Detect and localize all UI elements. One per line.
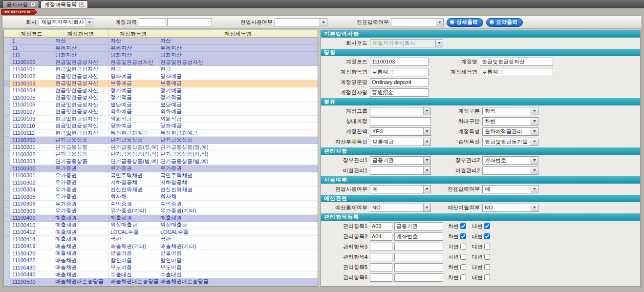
row-selector[interactable] — [4, 80, 10, 87]
chevron-down-icon[interactable] — [423, 186, 430, 193]
row-selector[interactable] — [4, 123, 10, 130]
gubun-select[interactable]: 항목 — [482, 107, 538, 115]
table-row[interactable]: 11100430 매출채권 부도어음 부도어음 — [4, 264, 318, 271]
debit-checkbox[interactable] — [460, 274, 466, 280]
row-selector[interactable] — [4, 179, 10, 187]
table-row[interactable]: 11100203 단기금융상품 단기금융상품(별,예) 단기금융상품(별,예) — [4, 158, 318, 166]
trait-select[interactable]: 원화예적금관리 — [482, 127, 538, 136]
tab-account-registration[interactable]: 계정과목등록 × — [41, 0, 88, 8]
mgmt-item-code-input[interactable] — [370, 243, 392, 251]
mgmt-item-name-input[interactable] — [394, 243, 443, 251]
summary-print-button[interactable]: 요약출력 — [486, 18, 523, 27]
row-selector[interactable] — [4, 52, 10, 59]
chevron-down-icon[interactable] — [320, 19, 327, 26]
row-selector[interactable] — [4, 137, 10, 144]
row-selector[interactable] — [4, 165, 10, 172]
table-row[interactable]: 11100201 단기금융상품 단기금융상품(정,예) 단기금융상품(정,예) — [4, 144, 318, 151]
detail-print-button[interactable]: 상세출력 — [447, 18, 483, 27]
credit-checkbox[interactable] — [484, 264, 490, 270]
chevron-down-icon[interactable] — [423, 204, 430, 211]
row-selector[interactable] — [4, 87, 10, 95]
row-selector[interactable] — [4, 229, 10, 236]
table-row[interactable]: 1 자산 자산 자산 — [4, 38, 318, 45]
credit-checkbox[interactable] — [484, 274, 490, 280]
row-selector[interactable] — [4, 151, 10, 158]
chevron-down-icon[interactable] — [531, 157, 538, 164]
group-select[interactable] — [370, 107, 431, 115]
row-selector[interactable] — [4, 59, 10, 66]
close-icon[interactable]: × — [30, 2, 35, 7]
chevron-down-icon[interactable] — [531, 186, 538, 193]
table-row[interactable]: 11 유동자산 유동자산 유동자산 — [4, 45, 318, 52]
row-selector[interactable] — [4, 73, 10, 81]
row-selector[interactable] — [4, 94, 10, 102]
table-row[interactable]: 111 당좌자산 당좌자산 당좌자산 — [4, 52, 318, 59]
mgmt-item-name-input[interactable] — [394, 222, 443, 230]
chevron-down-icon[interactable] — [423, 157, 430, 164]
menu-open-button[interactable]: MENU OPEN — [1, 9, 37, 15]
row-selector[interactable] — [4, 45, 10, 52]
row-selector[interactable] — [4, 278, 10, 286]
account-code-input[interactable] — [139, 18, 166, 26]
credit-checkbox[interactable] — [484, 233, 490, 239]
chevron-down-icon[interactable] — [531, 128, 538, 135]
open2-select[interactable] — [482, 167, 538, 175]
table-row[interactable]: 11100109 현금및현금성자산 외화적금 외화적금 — [4, 116, 318, 123]
mgmt-item-code-input[interactable] — [370, 273, 392, 282]
acct-hanja-input[interactable] — [370, 88, 429, 97]
close-icon[interactable]: × — [79, 2, 84, 7]
table-row[interactable]: 11100105 현금및현금성자산 정기적금 정기적금 — [4, 94, 318, 102]
table-row[interactable]: 11100102 현금및현금성자산 당좌예금 당좌예금 — [4, 73, 318, 81]
table-row[interactable]: 11100419 매출채권 매출채권(기타) 매출채권(기타) — [4, 243, 318, 250]
company-select[interactable]: 제일저지주식회사 — [39, 18, 93, 26]
row-selector[interactable] — [4, 158, 10, 166]
chevron-down-icon[interactable] — [423, 128, 430, 135]
table-row[interactable]: 11100101 현금및현금성자산 현금 현금 — [4, 66, 318, 73]
chevron-down-icon[interactable] — [531, 138, 538, 146]
acct-item-input[interactable] — [370, 68, 429, 76]
chevron-down-icon[interactable] — [423, 107, 430, 115]
table-row[interactable]: 11100104 현금및현금성자산 정기예금 정기예금 — [4, 87, 318, 95]
budget2-select[interactable]: NO — [482, 204, 538, 212]
row-selector[interactable] — [4, 208, 10, 215]
row-selector[interactable] — [4, 250, 10, 257]
row-selector[interactable] — [4, 201, 10, 208]
asset-trait-select[interactable]: 보통예금 — [370, 138, 431, 146]
mgmt-item-name-input[interactable] — [394, 273, 443, 282]
budget1-select[interactable]: NO — [370, 204, 431, 212]
debit-checkbox[interactable] — [460, 244, 466, 250]
table-row[interactable]: 11100302 유가증권 지하철공채 지하철공채 — [4, 179, 318, 187]
credit-checkbox[interactable] — [484, 244, 490, 250]
chevron-down-icon[interactable] — [531, 107, 538, 115]
mgmt-item-code-input[interactable] — [370, 222, 392, 230]
chevron-down-icon[interactable] — [531, 167, 538, 174]
acct-eng-input[interactable] — [370, 78, 429, 86]
table-row[interactable]: 11100111 현금및현금성자산 특정현금과예금 특정현금과예금 — [4, 130, 318, 137]
debit-checkbox[interactable] — [460, 254, 466, 260]
table-row[interactable]: 11100440 매출채권 수출대전 수출대전 — [4, 271, 318, 279]
use2-select[interactable]: 예 — [482, 185, 538, 193]
use1-select[interactable]: 예 — [370, 185, 431, 193]
slip-input-select[interactable] — [391, 18, 444, 26]
row-selector[interactable] — [4, 130, 10, 137]
balance-select[interactable]: YES — [370, 127, 431, 136]
credit-checkbox[interactable] — [484, 223, 490, 229]
tab-notice[interactable]: 공지사항 × — [2, 0, 39, 8]
row-selector[interactable] — [4, 243, 10, 250]
mgmt-item-name-input[interactable] — [394, 232, 443, 241]
row-selector[interactable] — [4, 108, 10, 116]
table-row[interactable]: 11100110 현금및현금성자산 당좌예금 당좌예금 — [4, 123, 318, 130]
row-selector[interactable] — [4, 187, 10, 194]
debit-checkbox[interactable] — [460, 223, 466, 229]
table-row[interactable]: 11100400 매출채권 매출채권 매출채권 — [4, 215, 318, 222]
account-name-input[interactable] — [167, 18, 212, 26]
row-selector[interactable] — [4, 102, 10, 109]
table-row[interactable]: 11100420 매출채권 받을어음 받을어음 — [4, 250, 318, 257]
row-selector[interactable] — [4, 264, 10, 271]
table-row[interactable]: 11100103 현금및현금성자산 보통예금 보통예금 — [4, 80, 318, 87]
table-row[interactable]: 11100301 유가증권 국민주택채권 국민주택채권 — [4, 172, 318, 180]
table-row[interactable]: 11100309 유가증권 유가증권(기타) 유가증권(기타) — [4, 208, 318, 215]
row-selector[interactable] — [4, 38, 10, 45]
row-selector[interactable] — [4, 66, 10, 73]
table-row[interactable]: 11100412 매출채권 LOCAL수출 LOCAL수출 — [4, 229, 318, 236]
